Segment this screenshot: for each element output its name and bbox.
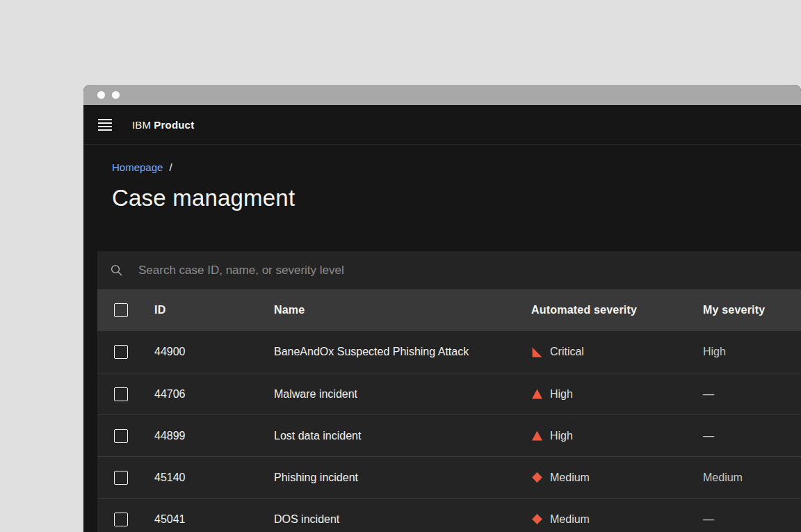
row-checkbox[interactable] [114, 471, 128, 485]
table-row[interactable]: 45140 Phishing incident Medium Medium [97, 456, 801, 498]
window-control-dot[interactable] [97, 91, 105, 99]
cell-automated-severity: High [531, 388, 703, 401]
case-table-panel: ID Name Automated severity My severity 4… [97, 251, 801, 532]
app-header: IBMProduct [83, 105, 801, 145]
cell-case-name: Phishing incident [274, 471, 531, 484]
cell-automated-severity: High [531, 430, 703, 442]
page-title: Case managment [112, 184, 801, 213]
table-body: 44900 BaneAndOx Suspected Phishing Attac… [97, 331, 801, 532]
page-content: Homepage / Case managment ID [83, 161, 801, 532]
cell-case-name: BaneAndOx Suspected Phishing Attack [274, 346, 531, 358]
window-control-dot[interactable] [112, 91, 120, 99]
cell-my-severity: Medium [703, 471, 801, 484]
severity-critical-icon [531, 346, 543, 358]
brand-prefix: IBM [132, 119, 151, 131]
menu-button[interactable] [98, 119, 112, 131]
cell-case-name: Malware incident [274, 388, 531, 401]
desktop-background: IBMProduct Homepage / Case managment [0, 0, 801, 532]
cell-case-id: 44900 [154, 346, 274, 358]
cell-case-id: 45140 [154, 471, 274, 484]
cell-my-severity: — [703, 388, 801, 401]
table-row[interactable]: 45041 DOS incident Medium — [97, 498, 801, 532]
brand-name: Product [154, 119, 194, 131]
table-row[interactable]: 44899 Lost data incident High — [97, 414, 801, 456]
column-header-automated-severity[interactable]: Automated severity [531, 304, 703, 316]
app-window: IBMProduct Homepage / Case managment [83, 85, 801, 532]
search-icon [111, 264, 122, 276]
severity-medium-icon [531, 471, 543, 483]
cell-case-id: 45041 [154, 513, 274, 526]
severity-label: Critical [550, 346, 584, 358]
app-brand[interactable]: IBMProduct [132, 119, 194, 131]
column-header-name[interactable]: Name [274, 304, 531, 316]
cell-case-id: 44899 [154, 430, 274, 442]
cell-case-name: Lost data incident [274, 430, 531, 442]
severity-medium-icon [531, 513, 543, 525]
cell-automated-severity: Critical [531, 346, 703, 358]
cell-my-severity: — [703, 513, 801, 526]
severity-label: Medium [550, 471, 590, 484]
cell-my-severity: High [703, 346, 801, 358]
select-all-checkbox[interactable] [114, 303, 128, 317]
cell-automated-severity: Medium [531, 513, 703, 526]
row-checkbox[interactable] [114, 345, 128, 359]
table-row[interactable]: 44900 BaneAndOx Suspected Phishing Attac… [97, 331, 801, 373]
severity-label: Medium [550, 513, 590, 526]
cell-my-severity: — [703, 430, 801, 442]
row-checkbox[interactable] [114, 387, 128, 401]
window-titlebar[interactable] [83, 85, 801, 105]
column-header-my-severity[interactable]: My severity [703, 304, 801, 316]
hamburger-icon [98, 119, 112, 131]
row-checkbox[interactable] [114, 513, 128, 526]
breadcrumb: Homepage / [112, 161, 801, 174]
cell-automated-severity: Medium [531, 471, 703, 484]
breadcrumb-link-homepage[interactable]: Homepage [112, 161, 163, 174]
severity-label: High [550, 388, 573, 401]
severity-high-icon [531, 388, 543, 400]
severity-high-icon [531, 430, 543, 442]
table-row[interactable]: 44706 Malware incident High — [97, 373, 801, 414]
search-input[interactable] [138, 264, 801, 277]
search-bar[interactable] [97, 251, 801, 289]
row-checkbox[interactable] [114, 429, 128, 443]
breadcrumb-separator: / [169, 161, 172, 174]
cell-case-id: 44706 [154, 388, 274, 401]
column-header-id[interactable]: ID [154, 304, 274, 316]
severity-label: High [550, 430, 573, 442]
cell-case-name: DOS incident [274, 513, 531, 526]
table-header-row: ID Name Automated severity My severity [97, 289, 801, 331]
